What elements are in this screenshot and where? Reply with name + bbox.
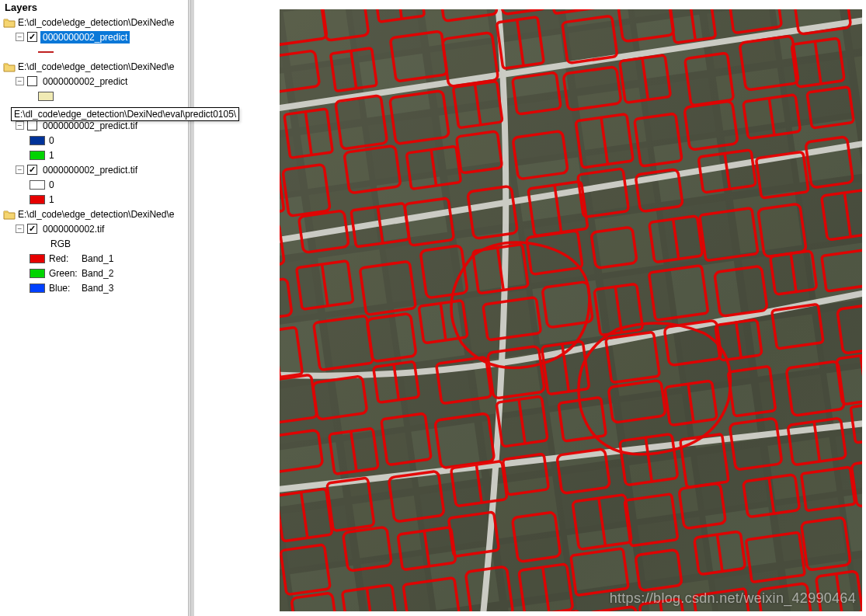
expander-icon[interactable]: − bbox=[16, 224, 24, 233]
expander-icon[interactable]: − bbox=[16, 77, 24, 85]
line-symbol-icon bbox=[38, 51, 54, 53]
class-label: 0 bbox=[49, 135, 54, 146]
group-path-text: E:\dl_code\edge_detection\DexiNed\e bbox=[18, 17, 191, 28]
band-color-icon bbox=[30, 269, 45, 278]
expander-icon[interactable]: − bbox=[16, 33, 24, 41]
layer-checkbox[interactable] bbox=[27, 224, 37, 234]
class-color-icon bbox=[30, 136, 45, 145]
panel-title: Layers bbox=[3, 2, 191, 15]
layer-name: 0000000002_predict bbox=[40, 75, 130, 88]
layer-symbol bbox=[3, 44, 191, 59]
class-row: 0 bbox=[3, 133, 191, 148]
class-row: 1 bbox=[3, 192, 191, 207]
layer-row[interactable]: − 0000000002_predict bbox=[3, 74, 191, 89]
band-name: Band_1 bbox=[82, 253, 113, 264]
class-color-icon bbox=[30, 180, 45, 190]
band-channel-label: Red: bbox=[49, 253, 82, 264]
layer-symbol bbox=[3, 89, 191, 103]
layer-checkbox[interactable] bbox=[27, 32, 37, 42]
tooltip-text: E:\dl_code\edge_detection\DexiNed\eval\p… bbox=[14, 109, 236, 120]
folder-icon bbox=[3, 17, 16, 28]
group-path[interactable]: E:\dl_code\edge_detection\DexiNed\e bbox=[3, 207, 191, 221]
layer-row[interactable]: − 0000000002.tif bbox=[3, 221, 191, 236]
folder-icon bbox=[3, 209, 16, 220]
class-label: 0 bbox=[49, 179, 54, 190]
layer-checkbox[interactable] bbox=[27, 165, 37, 175]
class-label: 1 bbox=[49, 150, 54, 161]
class-color-icon bbox=[30, 195, 45, 204]
group-path-text: E:\dl_code\edge_detection\DexiNed\e bbox=[18, 61, 191, 72]
band-name: Band_3 bbox=[82, 283, 113, 294]
layer-row[interactable]: − 0000000002_predict.tif bbox=[3, 162, 191, 177]
layer-checkbox[interactable] bbox=[27, 120, 37, 131]
band-color-icon bbox=[30, 254, 45, 263]
group-path[interactable]: E:\dl_code\edge_detection\DexiNed\e bbox=[3, 15, 191, 30]
layers-panel: Layers E:\dl_code\edge_detection\DexiNed… bbox=[0, 0, 194, 616]
layer-name: 0000000002.tif bbox=[40, 223, 106, 235]
folder-icon bbox=[3, 61, 16, 72]
rgb-label-row: RGB bbox=[3, 236, 191, 251]
class-row: 1 bbox=[3, 148, 191, 162]
band-row: Blue: Band_3 bbox=[3, 280, 191, 295]
band-row: Green: Band_2 bbox=[3, 266, 191, 280]
panel-resize-handle[interactable] bbox=[188, 0, 191, 616]
fill-symbol-icon bbox=[38, 92, 54, 101]
rgb-label: RGB bbox=[50, 238, 71, 249]
class-label: 1 bbox=[49, 194, 54, 205]
expander-icon[interactable]: − bbox=[16, 165, 24, 174]
expander-icon[interactable]: − bbox=[16, 121, 24, 130]
map-viewport[interactable]: https://blog.csdn.net/weixin_42990464 bbox=[280, 9, 862, 611]
layer-name: 0000000002_predict bbox=[40, 31, 130, 44]
band-row: Red: Band_1 bbox=[3, 251, 191, 266]
map-svg bbox=[280, 9, 862, 611]
band-color-icon bbox=[30, 284, 45, 293]
band-channel-label: Green: bbox=[49, 268, 82, 279]
layer-checkbox[interactable] bbox=[27, 76, 37, 86]
layer-row[interactable]: − 0000000002_predict bbox=[3, 30, 191, 44]
group-path-text: E:\dl_code\edge_detection\DexiNed\e bbox=[18, 209, 191, 220]
class-row: 0 bbox=[3, 177, 191, 192]
band-channel-label: Blue: bbox=[49, 283, 82, 294]
group-path[interactable]: E:\dl_code\edge_detection\DexiNed\e bbox=[3, 59, 191, 74]
band-name: Band_2 bbox=[82, 268, 113, 279]
class-color-icon bbox=[30, 151, 45, 160]
layer-name: 0000000002_predict.tif bbox=[40, 164, 140, 176]
path-tooltip: E:\dl_code\edge_detection\DexiNed\eval\p… bbox=[11, 107, 239, 121]
